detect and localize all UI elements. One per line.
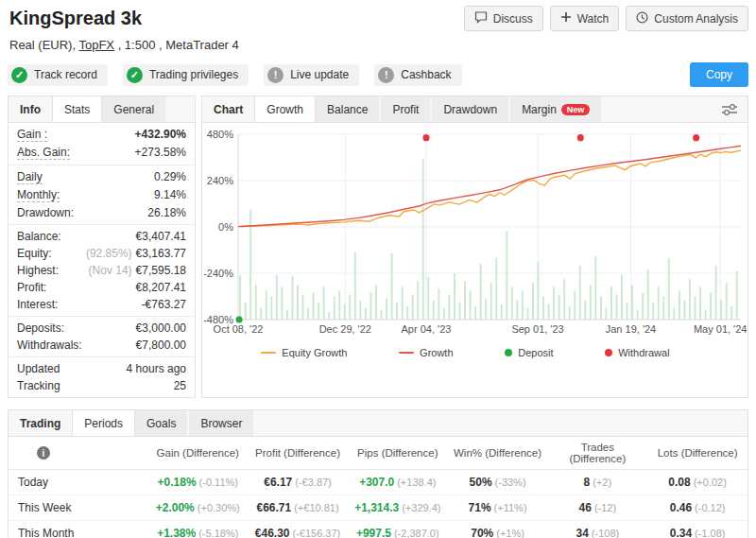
legend-label: Withdrawal (618, 347, 669, 358)
period-cell-profit-difference: €6.17(-€3.87) (248, 470, 348, 495)
stat-value-wrap: €8,207.41 (136, 281, 186, 294)
exclamation-circle-icon: ! (267, 67, 284, 83)
cell-diff: (-12) (594, 502, 616, 513)
cell-value: €6.17 (264, 476, 292, 489)
periods-tab-browser[interactable]: Browser (189, 410, 253, 436)
cell-value: +1,314.3 (354, 501, 399, 514)
periods-panel: TradingPeriodsGoalsBrowser iGain (Differ… (8, 409, 748, 538)
cell-value: 50% (470, 476, 492, 489)
stat-value-note: (92.85%) (86, 247, 132, 260)
stat-label[interactable]: Monthly: (17, 188, 60, 202)
cell-diff: (-33%) (495, 477, 526, 488)
chart-tab-drawdown[interactable]: Drawdown (432, 96, 508, 122)
cell-diff: (+2) (593, 477, 611, 488)
stat-value: -€763.27 (142, 298, 186, 311)
stat-row-profit: Profit:€8,207.41 (9, 279, 195, 296)
stat-label: Balance: (17, 230, 61, 243)
account-page: KingSpread 3k DiscussWatchCustom Analysi… (0, 0, 756, 538)
table-row-today: Today+0.18%(-0.11%)€6.17(-€3.87)+307.0(+… (9, 470, 747, 495)
growth-chart[interactable]: 480%240%0%-240%-480% Oct 08, '22Dec 29, … (202, 123, 747, 339)
period-cell-win-difference: 71%(+11%) (448, 495, 548, 521)
badge-live-update[interactable]: !Live update (264, 64, 359, 86)
stats-tab-general[interactable]: General (102, 96, 165, 122)
period-cell-trades-difference: 46(-12) (547, 495, 647, 521)
legend-growth: Growth (399, 347, 453, 358)
stats-tab-stats[interactable]: Stats (52, 96, 102, 122)
custom-analysis-label: Custom Analysis (654, 12, 738, 26)
period-cell-trades-difference: 34(-108) (547, 521, 647, 538)
badge-cashback[interactable]: !Cashback (374, 64, 461, 86)
badge-label: Track record (34, 68, 97, 81)
stats-tab-label: Stats (64, 103, 90, 116)
stats-group: Daily0.29%Monthly:9.14%Drawdown:26.18% (9, 165, 195, 224)
badge-label: Trading privileges (149, 68, 238, 81)
column-header-profit-difference: Profit (Difference) (248, 437, 348, 470)
header-actions: DiscussWatchCustom Analysis (457, 6, 748, 31)
chart-tab-balance[interactable]: Balance (316, 96, 379, 122)
cell-value: 0.46 (670, 501, 692, 514)
stat-row-tracking: Tracking25 (9, 377, 195, 394)
badge-track-record[interactable]: ✓Track record (8, 64, 108, 86)
stat-value-wrap: 25 (174, 379, 186, 392)
period-cell-gain-difference: +2.00%(+0.30%) (147, 495, 248, 521)
legend-withdrawal: Withdrawal (605, 347, 669, 358)
column-header-pips-difference: Pips (Difference) (348, 437, 448, 470)
stat-label[interactable]: Abs. Gain: (17, 146, 70, 160)
cell-value: 8 (584, 476, 591, 489)
stat-row-highest: Highest:(Nov 14)€7,595.18 (9, 262, 195, 279)
cell-diff: (+11%) (494, 502, 527, 513)
stats-group: Updated4 hours agoTracking25 (9, 356, 195, 397)
stat-value: €3,000.00 (136, 321, 186, 335)
stat-row-deposits: Deposits:€3,000.00 (9, 320, 195, 337)
growth-chart-svg[interactable] (238, 134, 741, 320)
stat-label: Deposits: (17, 321, 64, 335)
stat-row-drawdown: Drawdown:26.18% (9, 204, 195, 221)
chart-settings-icon[interactable] (721, 103, 738, 116)
chart-tab-profit[interactable]: Profit (381, 96, 430, 122)
stat-value: €7,800.00 (136, 338, 186, 352)
period-cell-trades-difference: 8(+2) (547, 470, 647, 495)
chart-tab-label: Growth (266, 103, 303, 116)
table-row-this-month: This Month+1.38%(-5.18%)€46.30(-€156.37)… (9, 521, 747, 538)
stat-value-wrap: €7,800.00 (136, 338, 186, 352)
stat-row-updated: Updated4 hours ago (9, 360, 195, 377)
stat-row-equity: Equity:(92.85%)€3,163.77 (9, 245, 195, 262)
stat-value-wrap: +432.90% (135, 128, 186, 141)
badge-trading-privileges[interactable]: ✓Trading privileges (123, 64, 249, 86)
chat-icon (474, 10, 488, 26)
stats-list: Gain :+432.90%Abs. Gain:+273.58%Daily0.2… (9, 123, 195, 397)
legend-label: Equity Growth (282, 347, 347, 358)
cell-value: €46.30 (255, 527, 290, 538)
copy-button[interactable]: Copy (690, 62, 748, 87)
chart-plot-area: Oct 08, '22Dec 29, '22Apr 04, '23Sep 01,… (238, 134, 741, 339)
chart-panel: ChartGrowthBalanceProfitDrawdownMarginNe… (201, 95, 748, 398)
stat-label: Updated (17, 362, 60, 375)
chart-tabbar: ChartGrowthBalanceProfitDrawdownMarginNe… (202, 96, 747, 123)
x-tick-oct-08-22: Oct 08, '22 (214, 323, 264, 335)
chart-tab-margin[interactable]: MarginNew (510, 96, 601, 122)
cell-diff: (-0.12) (695, 502, 725, 513)
info-icon[interactable]: i (37, 446, 50, 460)
chart-tab-growth[interactable]: Growth (254, 96, 316, 122)
periods-tab-label: Trading (20, 417, 60, 430)
periods-tab-periods[interactable]: Periods (72, 410, 135, 436)
period-cell-pips-difference: +1,314.3(+329.4) (348, 495, 448, 521)
cell-value: 0.34 (670, 527, 692, 538)
custom-analysis-button[interactable]: Custom Analysis (626, 6, 748, 31)
chart-tab-label: Profit (392, 103, 419, 116)
y-tick-240: -240% (203, 268, 233, 279)
cell-diff: (+1%) (496, 528, 524, 538)
periods-tab-goals[interactable]: Goals (135, 410, 187, 436)
discuss-button[interactable]: Discuss (464, 6, 543, 31)
watch-button[interactable]: Watch (550, 6, 620, 31)
legend-growth-swatch (399, 352, 414, 354)
plus-icon (560, 11, 572, 26)
chart-y-axis: 480%240%0%-240%-480% (206, 134, 238, 320)
y-tick-0: 0% (218, 221, 233, 233)
legend-equity-growth: Equity Growth (261, 347, 347, 358)
legend-withdrawal-swatch (605, 349, 612, 356)
stat-label[interactable]: Gain : (17, 128, 47, 142)
stat-value-wrap: 4 hours ago (127, 362, 186, 375)
broker-link[interactable]: TopFX (78, 38, 114, 52)
stat-label[interactable]: Daily (17, 170, 43, 184)
